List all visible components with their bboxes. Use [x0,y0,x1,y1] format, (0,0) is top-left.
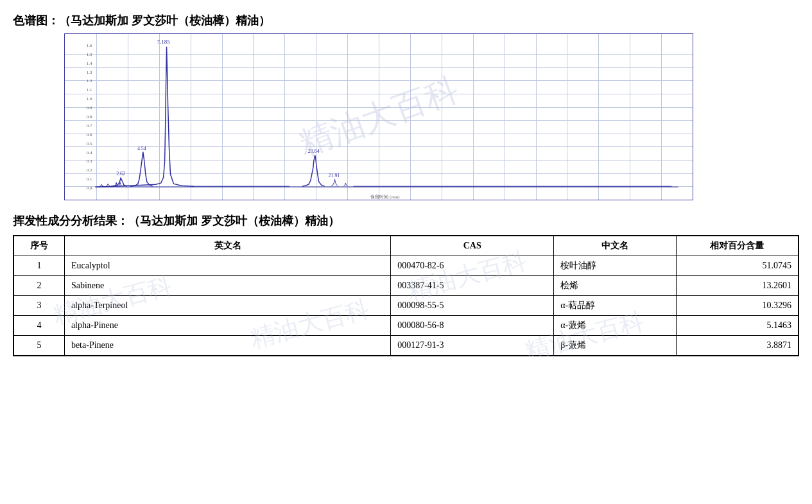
svg-text:1.0: 1.0 [87,96,92,101]
svg-text:保留时间 (min): 保留时间 (min) [370,195,399,200]
svg-text:1.3: 1.3 [87,70,92,75]
svg-text:0.3: 0.3 [87,159,92,164]
svg-text:0.2: 0.2 [87,168,92,173]
svg-text:0.6: 0.6 [87,132,92,137]
cell-cas-4: 000080-56-8 [391,316,554,336]
header-percent: 相对百分含量 [676,236,799,256]
cell-cas-3: 000098-55-5 [391,296,554,316]
table-row: 3 alpha-Terpineol 000098-55-5 α-萜品醇 10.3… [13,296,799,316]
svg-text:20.64: 20.64 [308,148,320,154]
svg-text:0.5: 0.5 [87,141,92,146]
svg-text:0.4: 0.4 [87,150,92,155]
cell-index-5: 5 [13,336,64,356]
cell-chinese-4: α-蒎烯 [554,316,677,336]
cell-chinese-1: 桉叶油醇 [554,256,677,276]
svg-text:2.62: 2.62 [116,171,125,177]
table-row: 5 beta-Pinene 000127-91-3 β-蒎烯 3.8871 [13,336,799,356]
cell-english-5: beta-Pinene [64,336,390,356]
results-table: 序号 英文名 CAS 中文名 相对百分含量 1 Eucalyptol 00047… [13,235,799,356]
table-row: 2 Sabinene 003387-41-5 桧烯 13.2601 [13,276,799,296]
header-index: 序号 [13,236,64,256]
svg-text:0.7: 0.7 [87,123,92,128]
cell-percent-2: 13.2601 [676,276,799,296]
svg-text:1.5: 1.5 [87,52,92,57]
svg-text:1.6: 1.6 [87,43,92,48]
svg-text:0.0: 0.0 [87,186,92,191]
table-row: 4 alpha-Pinene 000080-56-8 α-蒎烯 5.1463 [13,316,799,336]
chromatogram-title: 色谱图：（马达加斯加 罗文莎叶（桉油樟）精油） [13,13,799,28]
cell-percent-5: 3.8871 [676,336,799,356]
svg-text:1.1: 1.1 [87,87,92,92]
cell-chinese-2: 桧烯 [554,276,677,296]
cell-cas-1: 000470-82-6 [391,256,554,276]
cell-english-1: Eucalyptol [64,256,390,276]
header-cas: CAS [391,236,554,256]
cell-english-2: Sabinene [64,276,390,296]
cell-percent-1: 51.0745 [676,256,799,276]
cell-english-3: alpha-Terpineol [64,296,390,316]
cell-chinese-5: β-蒎烯 [554,336,677,356]
table-header-row: 序号 英文名 CAS 中文名 相对百分含量 [13,236,799,256]
svg-text:7.185: 7.185 [157,39,171,45]
header-english: 英文名 [64,236,390,256]
analysis-title: 挥发性成分分析结果：（马达加斯加 罗文莎叶（桉油樟）精油） [13,213,799,229]
svg-text:1.2: 1.2 [87,78,92,83]
cell-percent-3: 10.3296 [676,296,799,316]
cell-cas-2: 003387-41-5 [391,276,554,296]
cell-index-4: 4 [13,316,64,336]
header-chinese: 中文名 [554,236,677,256]
cell-index-3: 3 [13,296,64,316]
svg-text:1.4: 1.4 [87,61,92,66]
cell-chinese-3: α-萜品醇 [554,296,677,316]
cell-english-4: alpha-Pinene [64,316,390,336]
table-row: 1 Eucalyptol 000470-82-6 桉叶油醇 51.0745 [13,256,799,276]
svg-text:0.9: 0.9 [87,105,92,110]
svg-text:4.54: 4.54 [137,146,146,152]
cell-index-2: 2 [13,276,64,296]
cell-cas-5: 000127-91-3 [391,336,554,356]
cell-index-1: 1 [13,256,64,276]
results-table-wrapper: 精油大百科 精油大百科 精油大百科 精油大百科 序号 英文名 CAS 中文名 相… [13,235,799,356]
chromatogram-chart: 精油大百科 7 [64,33,693,200]
svg-text:21.91: 21.91 [329,173,340,178]
svg-text:0.1: 0.1 [87,177,92,182]
svg-text:0.8: 0.8 [87,114,92,119]
cell-percent-4: 5.1463 [676,316,799,336]
